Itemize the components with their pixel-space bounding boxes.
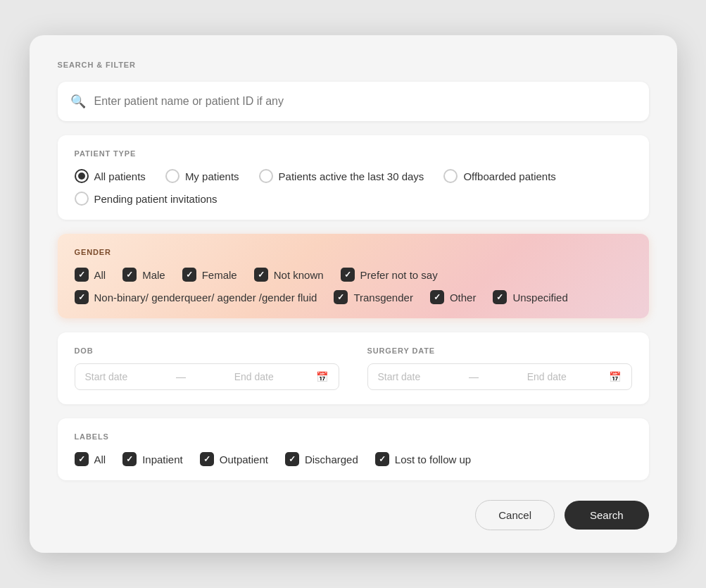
dob-group: DOB Start date — End date 📅	[75, 346, 339, 390]
gender-not-known[interactable]: Not known	[254, 268, 324, 282]
gender-prefer-not[interactable]: Prefer not to say	[341, 268, 438, 282]
radio-my-patients[interactable]: My patients	[165, 169, 239, 183]
search-input[interactable]	[94, 95, 636, 108]
radio-circle-offboarded	[443, 169, 458, 183]
checkbox-all	[75, 268, 89, 282]
label-inpatient[interactable]: Inpatient	[122, 452, 183, 466]
search-icon: 🔍	[70, 94, 86, 109]
patient-type-label: PATIENT TYPE	[75, 149, 632, 158]
surgery-date-group: SURGERY DATE Start date — End date 📅	[367, 346, 632, 390]
radio-offboarded[interactable]: Offboarded patients	[443, 169, 555, 183]
checkbox-nonbinary	[75, 290, 89, 304]
checkbox-male	[122, 268, 137, 282]
label-lost[interactable]: Lost to follow up	[375, 452, 471, 466]
surgery-date-label: SURGERY DATE	[367, 346, 632, 355]
modal: SEARCH & FILTER 🔍 PATIENT TYPE All patie…	[30, 35, 677, 553]
gender-row2: Non-binary/ genderqueer/ agender /gender…	[75, 290, 632, 304]
gender-all[interactable]: All	[75, 268, 106, 282]
dob-start: Start date	[85, 371, 128, 382]
patient-type-row1: All patients My patients Patients active…	[75, 169, 632, 183]
checkbox-not-known	[254, 268, 268, 282]
surgery-date-input[interactable]: Start date — End date 📅	[367, 363, 632, 390]
search-bar: 🔍	[58, 82, 649, 121]
dob-end: End date	[234, 371, 274, 382]
labels-group: All Inpatient Outpatient Discharged Lost…	[75, 452, 632, 466]
patient-type-row2: Pending patient invitations	[75, 192, 632, 206]
patient-type-section: PATIENT TYPE All patients My patients Pa…	[58, 135, 649, 220]
surgery-dash: —	[469, 371, 479, 382]
label-all[interactable]: All	[75, 452, 106, 466]
checkbox-other	[430, 290, 444, 304]
cancel-button[interactable]: Cancel	[475, 500, 555, 530]
checkbox-inpatient	[122, 452, 137, 466]
radio-active30[interactable]: Patients active the last 30 days	[259, 169, 424, 183]
radio-circle-my	[165, 169, 179, 183]
date-section: DOB Start date — End date 📅 SURGERY DATE…	[58, 332, 649, 404]
checkbox-female	[182, 268, 196, 282]
surgery-end: End date	[527, 371, 567, 382]
gender-male[interactable]: Male	[122, 268, 165, 282]
gender-other[interactable]: Other	[430, 290, 477, 304]
radio-all-patients[interactable]: All patients	[75, 169, 146, 183]
checkbox-unspecified	[493, 290, 507, 304]
labels-label: LABELS	[75, 432, 632, 441]
gender-nonbinary[interactable]: Non-binary/ genderqueer/ agender /gender…	[75, 290, 317, 304]
gender-unspecified[interactable]: Unspecified	[493, 290, 567, 304]
dob-dash: —	[176, 371, 186, 382]
search-button[interactable]: Search	[565, 501, 649, 530]
footer-buttons: Cancel Search	[58, 500, 649, 530]
radio-pending[interactable]: Pending patient invitations	[75, 192, 218, 206]
surgery-start: Start date	[378, 371, 421, 382]
calendar-icon-surgery: 📅	[609, 371, 621, 382]
label-discharged[interactable]: Discharged	[285, 452, 358, 466]
dob-label: DOB	[75, 346, 339, 355]
gender-row1: All Male Female Not known Prefer not to …	[75, 268, 632, 282]
calendar-icon-dob: 📅	[316, 371, 328, 382]
radio-circle-pending	[75, 192, 89, 206]
gender-label: GENDER	[75, 248, 632, 256]
checkbox-lost	[375, 452, 389, 466]
gender-section: GENDER All Male Female Not known Prefer …	[58, 234, 649, 318]
radio-circle-active30	[259, 169, 273, 183]
checkbox-outpatient	[200, 452, 214, 466]
checkbox-label-all	[75, 452, 89, 466]
checkbox-transgender	[334, 290, 348, 304]
checkbox-prefer-not	[341, 268, 355, 282]
dob-input[interactable]: Start date — End date 📅	[75, 363, 339, 390]
modal-title: SEARCH & FILTER	[58, 61, 649, 69]
gender-female[interactable]: Female	[182, 268, 237, 282]
radio-circle-all	[75, 169, 89, 183]
gender-transgender[interactable]: Transgender	[334, 290, 413, 304]
checkbox-discharged	[285, 452, 299, 466]
labels-section: LABELS All Inpatient Outpatient Discharg…	[58, 418, 649, 480]
label-outpatient[interactable]: Outpatient	[200, 452, 268, 466]
